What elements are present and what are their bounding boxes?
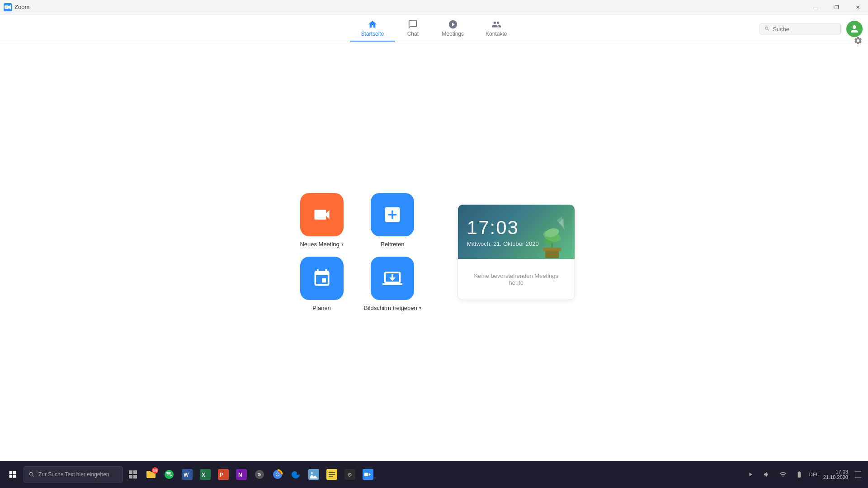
calendar-card: 17:03 Mittwoch, 21. Oktober 2020 Keine b… [458, 204, 575, 300]
svg-text:N: N [238, 472, 242, 478]
taskbar-search[interactable]: Zur Suche Text hier eingeben [24, 466, 123, 483]
beitreten-item[interactable]: Beitreten [364, 193, 421, 248]
bildschirm-freigeben-label: Bildschirm freigeben ▾ [364, 305, 421, 311]
show-hidden-icons[interactable] [744, 468, 757, 481]
planen-label: Planen [312, 305, 330, 311]
svg-text:⚙: ⚙ [347, 472, 352, 478]
zoom-taskbar-button[interactable] [360, 466, 376, 483]
svg-rect-33 [364, 473, 368, 476]
nav-items: Startseite Chat Meetings Kontakte [350, 16, 518, 42]
spotify-button[interactable] [161, 466, 177, 483]
battery-icon[interactable] [793, 468, 806, 481]
clock-tray[interactable]: 17:03 21.10.2020 [823, 469, 848, 480]
system-tray: DEU 17:03 21.10.2020 [744, 468, 864, 481]
svg-rect-0 [5, 5, 9, 9]
minimize-button[interactable]: — [806, 0, 826, 14]
task-view-button[interactable] [125, 466, 141, 483]
settings-icon[interactable] [854, 36, 863, 47]
taskbar-clock: 17:03 [835, 469, 848, 474]
nav-kontakte-label: Kontakte [486, 31, 507, 37]
search-input[interactable] [773, 25, 836, 32]
volume-icon[interactable] [760, 468, 773, 481]
svg-point-23 [276, 473, 279, 476]
neues-meeting-button[interactable] [300, 193, 344, 236]
no-meetings-text: Keine bevorstehenden Meetings heute [458, 259, 575, 300]
svg-text:⚙: ⚙ [257, 472, 261, 477]
svg-marker-9 [557, 216, 563, 226]
file-explorer-button[interactable]: 69 [143, 466, 159, 483]
word-button[interactable]: W [179, 466, 195, 483]
svg-rect-3 [543, 248, 561, 251]
search-icon [764, 26, 770, 32]
taskbar: Zur Suche Text hier eingeben 69 W X [0, 461, 868, 488]
nav-kontakte[interactable]: Kontakte [475, 16, 518, 42]
window-controls: — ❐ ✕ [806, 0, 868, 14]
show-desktop[interactable] [852, 468, 864, 481]
plant-decoration-icon [534, 214, 570, 259]
app-title-text: Zoom [14, 4, 29, 10]
nav-startseite-label: Startseite [361, 31, 384, 37]
photos-button[interactable] [306, 466, 322, 483]
nav-chat-label: Chat [407, 31, 419, 37]
planen-item[interactable]: Planen [293, 257, 350, 311]
wifi-icon[interactable] [777, 468, 789, 481]
svg-point-25 [311, 472, 313, 474]
planen-button[interactable] [300, 257, 344, 300]
close-button[interactable]: ✕ [847, 0, 868, 14]
edge-button[interactable] [288, 466, 304, 483]
action-grid: Neues Meeting ▾ Beitreten Plan [293, 193, 421, 311]
svg-text:X: X [202, 472, 205, 478]
svg-rect-34 [855, 471, 861, 478]
start-button[interactable] [4, 465, 22, 483]
settings-taskbar-button[interactable]: ⚙ [342, 466, 358, 483]
nav-meetings[interactable]: Meetings [431, 16, 475, 42]
taskbar-date: 21.10.2020 [823, 474, 848, 480]
app6-button[interactable]: ⚙ [251, 466, 268, 483]
neues-meeting-item[interactable]: Neues Meeting ▾ [293, 193, 350, 248]
search-box[interactable] [760, 23, 841, 34]
excel-button[interactable]: X [197, 466, 213, 483]
svg-marker-1 [9, 5, 11, 9]
svg-text:P: P [220, 472, 223, 478]
taskbar-search-icon [28, 471, 35, 478]
main-content: Neues Meeting ▾ Beitreten Plan [0, 43, 868, 461]
nav-chat[interactable]: Chat [395, 16, 431, 42]
nav-meetings-label: Meetings [442, 31, 464, 37]
powerpoint-button[interactable]: P [215, 466, 231, 483]
bildschirm-freigeben-item[interactable]: Bildschirm freigeben ▾ [364, 257, 421, 311]
chrome-button[interactable] [269, 466, 286, 483]
taskbar-search-label: Zur Suche Text hier eingeben [38, 471, 109, 478]
restore-button[interactable]: ❐ [826, 0, 847, 14]
calendar-header: 17:03 Mittwoch, 21. Oktober 2020 [458, 205, 575, 259]
svg-point-10 [165, 470, 174, 479]
language-indicator: DEU [809, 472, 820, 477]
neues-meeting-label: Neues Meeting ▾ [300, 241, 343, 248]
navbar: Startseite Chat Meetings Kontakte [0, 14, 868, 43]
file-explorer-badge: 69 [152, 467, 158, 474]
user-avatar[interactable] [846, 21, 863, 37]
app-title: Zoom [4, 3, 29, 11]
notes-button[interactable] [324, 466, 340, 483]
bildschirm-freigeben-button[interactable] [371, 257, 414, 300]
svg-text:W: W [184, 472, 189, 478]
onenote-button[interactable]: N [233, 466, 250, 483]
beitreten-label: Beitreten [381, 241, 404, 248]
nav-startseite[interactable]: Startseite [350, 16, 395, 42]
beitreten-button[interactable] [371, 193, 414, 236]
zoom-logo-icon [4, 3, 12, 11]
titlebar: Zoom — ❐ ✕ [0, 0, 868, 14]
